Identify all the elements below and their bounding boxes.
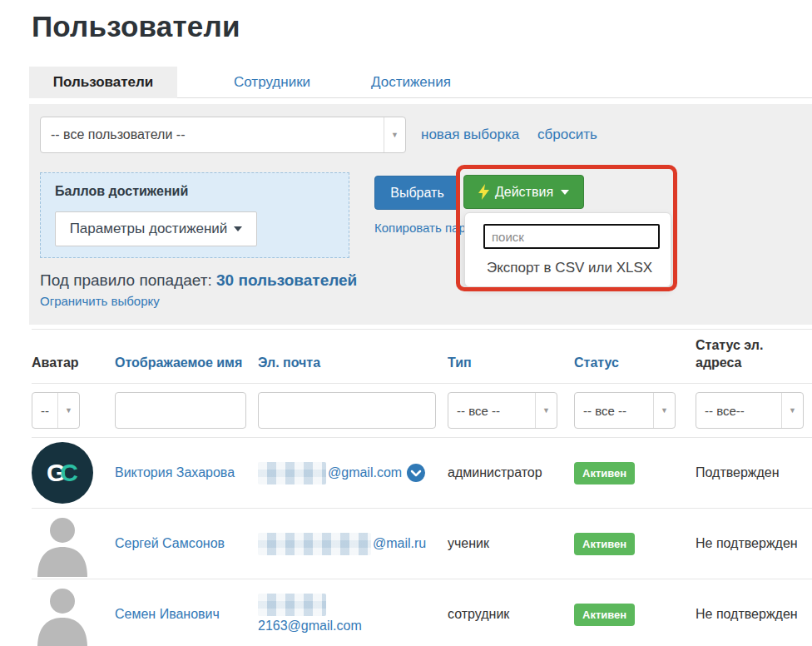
- achievement-params-label: Параметры достижений: [70, 221, 228, 237]
- person-placeholder-icon: [33, 510, 92, 577]
- redacted-email-blur: [258, 462, 326, 484]
- tab-achievements[interactable]: Достижения: [349, 67, 473, 98]
- new-selection-link[interactable]: новая выборка: [421, 127, 519, 143]
- user-name-link[interactable]: Сергей Самсонов: [115, 536, 225, 550]
- status-badge: Активен: [574, 462, 635, 484]
- header-status[interactable]: Статус: [574, 355, 696, 383]
- table-filter-row: -- ▼ -- все -- ▼ -- все -- ▼ -- все-- ▼: [32, 384, 812, 438]
- chevron-down-icon: ▼: [653, 393, 675, 428]
- email-expand-icon[interactable]: [407, 464, 425, 482]
- export-csv-xlsx-menu-item[interactable]: Экспорт в CSV или XLSX: [487, 260, 652, 276]
- email-status-filter-value: -- все--: [696, 404, 781, 418]
- status-filter-select[interactable]: -- все -- ▼: [574, 392, 676, 429]
- user-name-link[interactable]: Виктория Захарова: [115, 465, 235, 480]
- user-email: 2163@gmail.com: [258, 594, 448, 636]
- redacted-email-blur: [258, 594, 326, 616]
- achievement-params-button[interactable]: Параметры достижений: [55, 211, 257, 246]
- tab-bar: Пользователи Сотрудники Достижения: [29, 67, 812, 98]
- users-table: Аватар Отображаемое имя Эл. почта Тип Ст…: [32, 329, 812, 646]
- table-row: Семен Иванович 2163@gmail.com сотрудник …: [32, 579, 812, 646]
- type-filter-value: -- все --: [448, 404, 535, 418]
- achievement-points-box: Баллов достижений Параметры достижений: [40, 172, 349, 258]
- rule-match-text: Под правило попадает: 30 пользователей: [40, 271, 357, 290]
- table-rows: GC Виктория Захарова @gmail.com админист…: [32, 438, 812, 646]
- avatar: [32, 513, 93, 574]
- reset-link[interactable]: сбросить: [537, 127, 597, 143]
- name-filter-input[interactable]: [115, 392, 246, 429]
- actions-dropdown-menu: Экспорт в CSV или XLSX: [464, 212, 671, 287]
- email-visible-text[interactable]: 2163@gmail.com: [258, 616, 436, 636]
- copy-params-link[interactable]: Копировать пар: [374, 221, 466, 235]
- email-status: Подтвержден: [696, 463, 812, 483]
- email-status: Не подтвержден: [696, 604, 812, 624]
- person-placeholder-icon: [33, 581, 92, 646]
- limit-selection-link[interactable]: Ограничить выборку: [40, 294, 160, 308]
- lightning-bolt-icon: [478, 184, 489, 200]
- dropdown-search-input[interactable]: [483, 224, 660, 249]
- email-filter-input[interactable]: [258, 392, 436, 429]
- chevron-down-icon: ▼: [535, 393, 557, 428]
- segment-select[interactable]: -- все пользователи -- ▼: [40, 117, 406, 153]
- avatar: GC: [32, 442, 93, 504]
- header-email[interactable]: Эл. почта: [258, 355, 448, 383]
- tab-users[interactable]: Пользователи: [29, 67, 177, 98]
- type-filter-select[interactable]: -- все -- ▼: [448, 392, 557, 429]
- user-name-link[interactable]: Семен Иванович: [115, 607, 220, 621]
- user-type: администратор: [448, 465, 574, 480]
- status-filter-value: -- все --: [575, 404, 653, 418]
- gc-logo-letter-c: C: [60, 459, 78, 487]
- chevron-down-icon: ▼: [57, 393, 79, 428]
- actions-button-label: Действия: [495, 185, 553, 200]
- actions-button[interactable]: Действия: [463, 175, 584, 209]
- avatar: [32, 584, 93, 645]
- user-email: @mail.ru: [258, 533, 448, 555]
- select-button[interactable]: Выбрать: [374, 176, 460, 210]
- page-title: Пользователи: [32, 10, 240, 43]
- email-visible-text[interactable]: @gmail.com: [328, 463, 402, 483]
- caret-down-icon: [234, 226, 242, 231]
- caret-down-icon: [561, 190, 569, 195]
- segment-select-value: -- все пользователи --: [41, 127, 384, 142]
- rule-match-prefix: Под правило попадает:: [40, 271, 212, 289]
- table-row: GC Виктория Захарова @gmail.com админист…: [32, 438, 812, 509]
- status-badge: Активен: [574, 604, 635, 626]
- header-display-name[interactable]: Отображаемое имя: [115, 355, 258, 383]
- redacted-email-blur: [258, 533, 371, 555]
- header-email-status: Статус эл. адреса: [696, 337, 812, 383]
- filter-panel: -- все пользователи -- ▼ новая выборка с…: [29, 104, 812, 325]
- user-email: @gmail.com: [258, 462, 448, 484]
- user-type: ученик: [448, 536, 574, 551]
- avatar-filter-select[interactable]: -- ▼: [32, 392, 80, 429]
- chevron-down-icon: ▼: [781, 393, 803, 428]
- email-visible-text[interactable]: @mail.ru: [373, 534, 426, 554]
- table-row: Сергей Самсонов @mail.ru ученик Активен …: [32, 509, 812, 579]
- rule-match-count[interactable]: 30 пользователей: [216, 271, 357, 289]
- chevron-down-icon: ▼: [384, 117, 405, 152]
- avatar-filter-value: --: [32, 404, 57, 418]
- email-status: Не подтвержден: [696, 534, 812, 554]
- header-type[interactable]: Тип: [448, 355, 574, 383]
- user-type: сотрудник: [448, 607, 574, 622]
- achievement-box-title: Баллов достижений: [55, 184, 188, 199]
- header-avatar: Аватар: [32, 355, 115, 383]
- table-header-row: Аватар Отображаемое имя Эл. почта Тип Ст…: [32, 329, 812, 384]
- email-status-filter-select[interactable]: -- все-- ▼: [696, 392, 804, 429]
- tab-staff[interactable]: Сотрудники: [212, 67, 332, 98]
- status-badge: Активен: [574, 533, 635, 555]
